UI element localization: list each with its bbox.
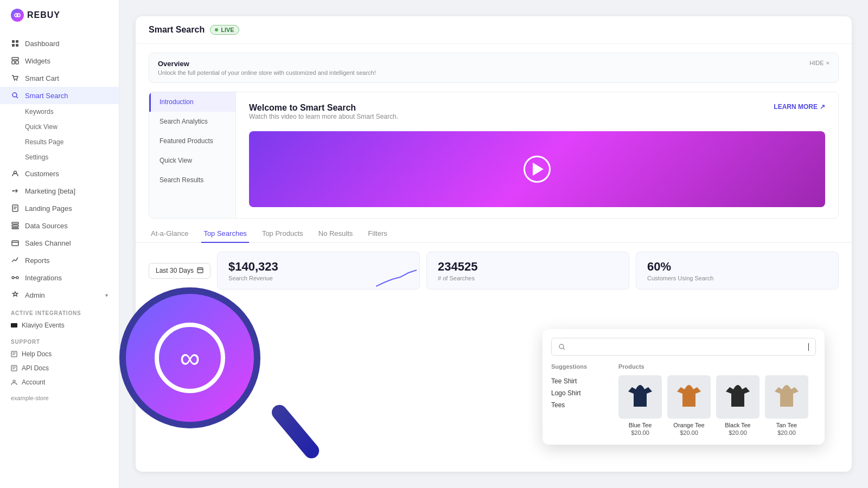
sidebar-item-smart-cart[interactable]: Smart Cart — [0, 69, 119, 87]
suggestion-tee-shirt[interactable]: Tee Shirt — [551, 375, 605, 387]
intro-titles: Welcome to Smart Search Watch this video… — [249, 103, 398, 127]
tab-no-results[interactable]: No Results — [316, 225, 355, 243]
search-nav-icon — [11, 91, 20, 100]
svg-rect-7 — [12, 61, 15, 64]
product-tan-tee[interactable]: Tan Tee $20.00 — [765, 375, 808, 436]
stat-value: 234525 — [438, 260, 618, 274]
hide-button[interactable]: HIDE × — [809, 60, 829, 66]
live-badge: LIVE — [210, 25, 239, 35]
sidebar-item-label: Widgets — [25, 57, 50, 65]
calendar-icon — [197, 267, 203, 275]
logo-icon — [11, 9, 24, 22]
store-label: example-store — [0, 389, 119, 407]
sidebar-item-customers[interactable]: Customers — [0, 165, 119, 182]
intro-nav-featured-products[interactable]: Featured Products — [149, 131, 235, 151]
sidebar-item-sales-channel[interactable]: Sales Channel — [0, 234, 119, 252]
product-orange-tee[interactable]: Orange Tee $20.00 — [667, 375, 711, 436]
sidebar-item-label: Dashboard — [25, 40, 60, 48]
products-grid: Blue Tee $20.00 Orange Tee $20.00 — [618, 375, 816, 436]
logo: REBUY — [0, 0, 119, 30]
intro-nav-quick-view[interactable]: Quick View — [149, 151, 235, 170]
help-docs[interactable]: Help Docs — [0, 347, 119, 361]
date-filter[interactable]: Last 30 Days — [149, 263, 210, 279]
product-price: $20.00 — [618, 429, 662, 436]
overview-text: Overview Unlock the full potential of yo… — [158, 60, 376, 76]
suggestion-logo-shirt[interactable]: Logo Shirt — [551, 387, 605, 399]
stat-label: # of Searches — [438, 275, 618, 281]
support-item-label: API Docs — [22, 364, 49, 372]
search-input[interactable] — [570, 343, 804, 351]
products-title: Products — [618, 363, 816, 370]
product-price: $20.00 — [716, 429, 760, 436]
product-blue-tee[interactable]: Blue Tee $20.00 — [618, 375, 662, 436]
svg-rect-15 — [12, 222, 18, 224]
sidebar-item-label: Reports — [25, 256, 50, 265]
product-name: Orange Tee — [667, 422, 711, 428]
api-docs-icon — [11, 365, 17, 371]
intro-nav-search-results[interactable]: Search Results — [149, 170, 235, 190]
suggestion-tees[interactable]: Tees — [551, 399, 605, 411]
account-item[interactable]: Account — [0, 375, 119, 389]
sidebar-item-label: Sales Channel — [25, 239, 71, 247]
svg-point-1 — [17, 14, 20, 17]
dashboard-icon — [11, 39, 20, 48]
learn-more-button[interactable]: LEARN MORE ↗ — [774, 103, 825, 111]
tan-tee-icon — [770, 381, 803, 413]
sidebar-item-marketing[interactable]: Marketing [beta] — [0, 182, 119, 200]
product-black-tee[interactable]: Black Tee $20.00 — [716, 375, 760, 436]
intro-content: Introduction Search Analytics Featured P… — [149, 92, 839, 219]
play-button[interactable] — [524, 156, 551, 183]
intro-nav-introduction[interactable]: Introduction — [149, 92, 235, 112]
svg-rect-17 — [12, 228, 18, 229]
sidebar-sub-keywords[interactable]: Keywords — [0, 104, 119, 119]
video-player[interactable] — [249, 131, 825, 207]
cart-icon — [11, 74, 20, 82]
tab-top-searches[interactable]: Top Searches — [201, 225, 249, 243]
sidebar-sub-quick-view[interactable]: Quick View — [0, 119, 119, 134]
sidebar-item-reports[interactable]: Reports — [0, 252, 119, 269]
sub-item-label: Settings — [25, 153, 48, 161]
sub-item-label: Quick View — [25, 123, 58, 131]
tab-at-a-glance[interactable]: At-a-Glance — [149, 225, 190, 243]
sidebar-item-dashboard[interactable]: Dashboard — [0, 35, 119, 52]
sidebar-item-data-sources[interactable]: Data Sources — [0, 217, 119, 234]
intro-subtitle: Watch this video to learn more about Sma… — [249, 113, 398, 120]
search-input-wrapper — [551, 338, 816, 356]
svg-rect-22 — [11, 365, 17, 371]
api-docs[interactable]: API Docs — [0, 361, 119, 375]
black-tee-icon — [722, 381, 754, 413]
landing-pages-icon — [11, 204, 20, 213]
overview-banner: Overview Unlock the full potential of yo… — [149, 53, 839, 83]
date-filter-label: Last 30 Days — [156, 267, 194, 274]
klaviyo-icon — [11, 323, 17, 328]
intro-nav-label: Featured Products — [159, 137, 213, 145]
admin-icon — [11, 291, 20, 299]
tab-filters[interactable]: Filters — [366, 225, 389, 243]
sidebar-item-landing-pages[interactable]: Landing Pages — [0, 200, 119, 217]
svg-point-10 — [16, 80, 17, 81]
sidebar-item-label: Customers — [25, 170, 59, 178]
reports-icon — [11, 256, 20, 265]
sidebar-sub-results-page[interactable]: Results Page — [0, 134, 119, 150]
sidebar-item-smart-search[interactable]: Smart Search — [0, 87, 119, 104]
sidebar-sub-settings[interactable]: Settings — [0, 150, 119, 165]
product-price: $20.00 — [765, 429, 808, 436]
svg-rect-8 — [16, 61, 18, 64]
intro-nav-search-analytics[interactable]: Search Analytics — [149, 112, 235, 131]
svg-point-20 — [16, 277, 18, 279]
revenue-chart — [376, 267, 419, 289]
play-icon — [533, 163, 544, 176]
overview-title: Overview — [158, 60, 376, 68]
svg-rect-21 — [11, 351, 17, 357]
sidebar-item-integrations[interactable]: Integrations — [0, 269, 119, 286]
hide-label: HIDE — [809, 60, 824, 66]
orange-tee-icon — [673, 381, 705, 413]
sidebar-item-widgets[interactable]: Widgets — [0, 52, 119, 69]
suggestions-column: Suggestions Tee Shirt Logo Shirt Tees — [551, 363, 605, 436]
external-link-icon: ↗ — [820, 103, 825, 111]
svg-rect-16 — [12, 225, 18, 227]
intro-nav-label: Quick View — [159, 157, 192, 164]
tab-top-products[interactable]: Top Products — [260, 225, 305, 243]
sidebar-item-admin[interactable]: Admin ▾ — [0, 286, 119, 304]
learn-more-label: LEARN MORE — [774, 103, 818, 111]
